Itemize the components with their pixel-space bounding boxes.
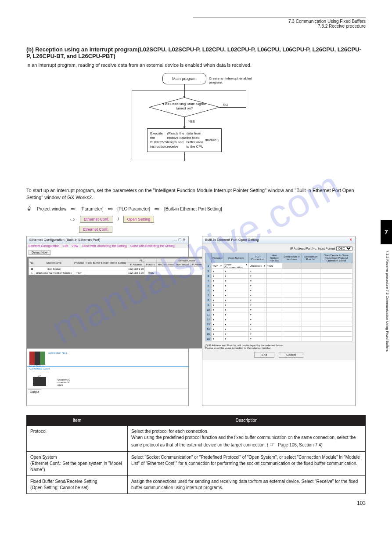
dropdown[interactable] bbox=[249, 279, 266, 282]
table-row: Protocol Select the protocol for each co… bbox=[27, 426, 366, 452]
dropdown[interactable] bbox=[249, 284, 266, 287]
flow-line-bottom-v bbox=[184, 152, 185, 161]
dropdown[interactable] bbox=[223, 294, 248, 297]
dropdown[interactable] bbox=[249, 337, 266, 340]
dropdown[interactable] bbox=[223, 313, 248, 316]
col-no: No. bbox=[29, 259, 35, 267]
dropdown[interactable] bbox=[212, 318, 223, 321]
open-table[interactable]: Protocol Open System TCP Connection Host… bbox=[205, 253, 352, 341]
table-row[interactable]: 6 bbox=[205, 288, 352, 293]
ethernet-conf-button[interactable]: Ethernet Conf. bbox=[80, 216, 113, 223]
menu-item[interactable]: Edit bbox=[63, 244, 68, 247]
th-item: Item bbox=[27, 415, 128, 426]
dropdown[interactable] bbox=[212, 299, 223, 301]
window-controls[interactable]: — ▢ ✕ bbox=[174, 238, 186, 242]
table-row[interactable]: 9 bbox=[205, 303, 352, 308]
dropdown[interactable] bbox=[212, 270, 223, 272]
open-setting-button[interactable]: Open Setting bbox=[123, 216, 155, 223]
window-menubar[interactable]: Ethernet Configuration Edit View Close w… bbox=[27, 243, 188, 248]
dropdown[interactable] bbox=[223, 304, 248, 306]
dropdown[interactable] bbox=[212, 323, 223, 326]
menu-item[interactable]: Close with Discarding the Setting bbox=[82, 244, 127, 247]
host-station-label: Host Station Connected Count bbox=[29, 365, 186, 370]
menu-item[interactable]: Ethernet Configuration bbox=[29, 244, 59, 247]
plc-module bbox=[29, 352, 35, 365]
menu-item[interactable]: View bbox=[72, 244, 78, 247]
menu-item[interactable]: Close with Reflecting the Setting bbox=[130, 244, 175, 247]
dropdown[interactable] bbox=[212, 337, 223, 340]
dropdown[interactable] bbox=[249, 328, 266, 330]
dropdown[interactable] bbox=[212, 304, 223, 306]
dropdown[interactable] bbox=[223, 308, 248, 311]
table-row[interactable]: 3 bbox=[205, 274, 352, 279]
dropdown[interactable] bbox=[223, 337, 248, 340]
dropdown[interactable] bbox=[212, 279, 223, 282]
dropdown[interactable] bbox=[223, 270, 248, 272]
dropdown[interactable]: Unpassive bbox=[249, 265, 266, 267]
table-row[interactable]: 5 bbox=[205, 283, 352, 288]
dropdown[interactable] bbox=[223, 328, 248, 330]
dropdown[interactable] bbox=[223, 333, 248, 335]
flow-process-l4: module.) bbox=[205, 138, 219, 142]
dropdown[interactable]: Socket Communication bbox=[223, 263, 248, 268]
table-row[interactable]: 16 bbox=[205, 337, 352, 341]
dropdown[interactable] bbox=[212, 333, 223, 335]
cancel-button[interactable]: Cancel bbox=[279, 352, 303, 358]
table-row[interactable]: 14 bbox=[205, 327, 352, 332]
dropdown[interactable] bbox=[249, 323, 266, 326]
format-select[interactable]: DEC bbox=[336, 246, 352, 251]
dropdown[interactable] bbox=[223, 275, 248, 277]
dropdown[interactable] bbox=[212, 313, 223, 316]
flow-line-bottom-h bbox=[132, 161, 184, 161]
dropdown[interactable] bbox=[212, 308, 223, 311]
dropdown[interactable]: TCP bbox=[212, 265, 223, 267]
table-row[interactable]: 12 bbox=[205, 317, 352, 322]
diagram-line bbox=[27, 366, 188, 367]
dropdown[interactable] bbox=[249, 275, 266, 277]
dropdown[interactable] bbox=[249, 333, 266, 335]
dropdown[interactable] bbox=[223, 279, 248, 282]
dropdown[interactable] bbox=[212, 284, 223, 287]
col-model: Model Name bbox=[35, 259, 73, 267]
ethernet-conf-button-repeat[interactable]: Ethernet Conf. bbox=[79, 226, 112, 233]
text: (Open Setting: Cannot be set) bbox=[30, 485, 89, 490]
close-icon[interactable]: ✕ bbox=[349, 238, 352, 242]
table-row[interactable]: 10 bbox=[205, 308, 352, 312]
dropdown[interactable] bbox=[249, 318, 266, 321]
cell-desc: Select the protocol for each connection.… bbox=[128, 426, 366, 452]
dropdown[interactable] bbox=[249, 270, 266, 272]
dropdown[interactable] bbox=[212, 328, 223, 330]
table-row[interactable]: 15 bbox=[205, 332, 352, 337]
flowchart: Main program Create an interrupt-enabled… bbox=[123, 73, 263, 178]
config-table[interactable]: No. Model Name Protocol Fixed Buffer Sen… bbox=[29, 258, 217, 275]
dropdown[interactable] bbox=[249, 308, 266, 311]
table-row[interactable]: 4 bbox=[205, 279, 352, 283]
table-row[interactable]: 1 TCP Socket Communication Unpassive 409… bbox=[205, 263, 352, 269]
table-row[interactable]: 7 bbox=[205, 293, 352, 298]
dropdown[interactable] bbox=[223, 318, 248, 321]
flow-start-note: Create an interrupt-enabled program. bbox=[209, 76, 263, 84]
output-tab[interactable]: Output bbox=[28, 389, 41, 394]
dropdown[interactable] bbox=[212, 275, 223, 277]
table-row[interactable]: 13 bbox=[205, 322, 352, 327]
arrow-icon: ⇨ bbox=[108, 205, 113, 212]
table-row[interactable]: 1 Unpassive Connection Module TCP 192.16… bbox=[29, 271, 217, 275]
dropdown[interactable] bbox=[249, 299, 266, 301]
dropdown[interactable] bbox=[249, 289, 266, 292]
table-row[interactable]: 11 bbox=[205, 312, 352, 317]
dropdown[interactable] bbox=[249, 304, 266, 306]
dropdown[interactable] bbox=[223, 284, 248, 287]
dropdown[interactable] bbox=[223, 299, 248, 301]
dropdown[interactable] bbox=[212, 289, 223, 292]
cell-port[interactable]: 4096 bbox=[267, 263, 282, 269]
arrow-icon: ⇨ bbox=[70, 216, 76, 223]
dropdown[interactable] bbox=[249, 294, 266, 297]
table-row[interactable]: 2 bbox=[205, 269, 352, 274]
table-row[interactable]: 8 bbox=[205, 298, 352, 303]
end-button[interactable]: End bbox=[254, 352, 274, 358]
dropdown[interactable] bbox=[249, 313, 266, 316]
dropdown[interactable] bbox=[212, 294, 223, 297]
dropdown[interactable] bbox=[223, 323, 248, 326]
detect-now-button[interactable]: Detect Now bbox=[29, 250, 50, 255]
dropdown[interactable] bbox=[223, 289, 248, 292]
